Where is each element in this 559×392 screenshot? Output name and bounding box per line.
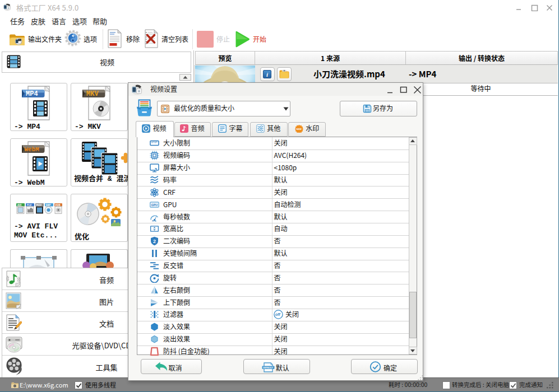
svg-text:off: off [275, 313, 280, 317]
svg-text:MOV: MOV [36, 203, 41, 207]
svg-text:DEFAULT: DEFAULT [263, 366, 273, 369]
svg-text:SWF: SWF [45, 203, 51, 207]
svg-text:FLV: FLV [27, 203, 31, 207]
svg-text:2: 2 [153, 239, 156, 244]
svg-text:FPS: FPS [152, 220, 156, 222]
svg-text:VOB: VOB [54, 203, 60, 207]
svg-text:AVI: AVI [17, 203, 22, 207]
svg-text:NEW: NEW [296, 127, 301, 130]
svg-text:GPU: GPU [151, 203, 158, 207]
svg-text:MP4: MP4 [26, 90, 38, 98]
svg-text:WebM: WebM [25, 146, 40, 153]
svg-text:MKV: MKV [86, 90, 99, 98]
